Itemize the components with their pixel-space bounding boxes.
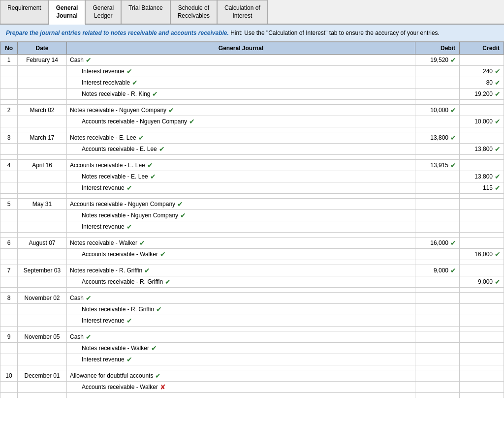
- credit-check-icon: ✔: [495, 250, 501, 258]
- desc-check-icon: ✔: [86, 56, 92, 64]
- debit-value: 13,915 ✔: [418, 161, 456, 169]
- entry-debit: [415, 199, 460, 210]
- entry-no: [0, 171, 18, 182]
- entry-debit: 13,915 ✔: [415, 160, 460, 171]
- entry-debit: [415, 171, 460, 182]
- desc-content: Accounts receivable - E. Lee✔: [70, 161, 412, 169]
- desc-content: Accounts receivable - E. Lee✔: [82, 145, 412, 153]
- table-row: 3March 17Notes receivable - E. Lee✔13,80…: [0, 132, 504, 144]
- desc-check-icon: ✔: [168, 106, 174, 114]
- debit-check-icon: ✔: [450, 56, 456, 64]
- entry-date: [18, 276, 67, 288]
- table-row: Accounts receivable - R. Griffin✔9,000 ✔: [0, 276, 504, 288]
- spacer-cell: [415, 155, 460, 160]
- header-no: No: [0, 42, 18, 55]
- desc-content: Notes receivable - R. King✔: [82, 90, 412, 98]
- desc-content: Accounts receivable - Nguyen Company✔: [70, 200, 412, 208]
- entry-description: Accounts receivable - R. Griffin✔: [67, 276, 415, 288]
- entry-credit: 115 ✔: [460, 182, 504, 194]
- entry-no: [0, 249, 18, 260]
- entry-no: 1: [0, 55, 18, 66]
- spacer-cell: [415, 100, 460, 105]
- table-row: 7September 03Notes receivable - R. Griff…: [0, 265, 504, 276]
- desc-content: Interest revenue✔: [82, 67, 412, 75]
- spacer-cell: [460, 327, 504, 331]
- spacer-cell: [18, 233, 67, 238]
- table-row: 6August 07Notes receivable - Walker✔16,0…: [0, 238, 504, 249]
- desc-content: Cash✔: [70, 56, 412, 64]
- credit-value: 19,200 ✔: [463, 90, 501, 98]
- tab-schedule-receivables[interactable]: Schedule ofReceivables: [170, 0, 217, 24]
- desc-content: Accounts receivable - Walker✘: [82, 383, 412, 391]
- spacer-row: [0, 393, 504, 398]
- debit-check-icon: ✔: [450, 161, 456, 169]
- entry-credit: [460, 238, 504, 249]
- credit-value: 80 ✔: [463, 79, 501, 87]
- entry-date: September 03: [18, 265, 67, 276]
- spacer-cell: [460, 393, 504, 398]
- tab-general-journal[interactable]: GeneralJournal: [49, 0, 86, 25]
- table-row: 10December 01Allowance for doubtful acco…: [0, 370, 504, 382]
- tab-requirement[interactable]: Requirement: [0, 0, 49, 24]
- spacer-cell: [18, 127, 67, 132]
- entry-description: Notes receivable - E. Lee✔: [67, 132, 415, 144]
- entry-credit: [460, 315, 504, 327]
- entry-no: [0, 210, 18, 221]
- desc-check-icon: ✘: [160, 383, 166, 391]
- desc-check-icon: ✔: [86, 333, 92, 341]
- entry-debit: 9,000 ✔: [415, 265, 460, 276]
- entry-no: [0, 182, 18, 194]
- entry-credit: [460, 382, 504, 393]
- entry-no: 2: [0, 105, 18, 116]
- tab-trial-balance[interactable]: Trial Balance: [121, 0, 170, 24]
- hint-box: Prepare the journal entries related to n…: [0, 25, 504, 42]
- entry-credit: 19,200 ✔: [460, 89, 504, 100]
- spacer-cell: [67, 393, 415, 398]
- entry-date: [18, 210, 67, 221]
- entry-description: Cash✔: [67, 55, 415, 66]
- entry-no: [0, 66, 18, 77]
- tab-bar: Requirement GeneralJournal GeneralLedger…: [0, 0, 504, 25]
- spacer-cell: [67, 365, 415, 370]
- credit-check-icon: ✔: [495, 90, 501, 98]
- entry-debit: [415, 331, 460, 343]
- entry-debit: [415, 354, 460, 365]
- desc-content: Notes receivable - R. Griffin✔: [82, 305, 412, 313]
- spacer-row: [0, 260, 504, 265]
- spacer-cell: [0, 393, 18, 398]
- desc-content: Notes receivable - Walker✔: [82, 344, 412, 352]
- entry-date: December 01: [18, 370, 67, 382]
- entry-no: [0, 354, 18, 365]
- tab-general-ledger[interactable]: GeneralLedger: [85, 0, 121, 24]
- spacer-cell: [460, 365, 504, 370]
- entry-credit: [460, 354, 504, 365]
- spacer-cell: [460, 155, 504, 160]
- entry-credit: 13,800 ✔: [460, 171, 504, 182]
- entry-description: Notes receivable - E. Lee✔: [67, 171, 415, 182]
- entry-date: [18, 249, 67, 260]
- entry-debit: [415, 315, 460, 327]
- entry-debit: [415, 144, 460, 155]
- desc-check-icon: ✔: [144, 267, 150, 274]
- table-row: Notes receivable - R. Griffin✔: [0, 304, 504, 315]
- header-credit: Credit: [460, 42, 504, 55]
- desc-check-icon: ✔: [156, 305, 162, 313]
- entry-description: Interest revenue✔: [67, 315, 415, 327]
- table-row: 2March 02Notes receivable - Nguyen Compa…: [0, 105, 504, 116]
- entry-description: Accounts receivable - E. Lee✔: [67, 160, 415, 171]
- credit-check-icon: ✔: [495, 118, 501, 125]
- spacer-cell: [0, 260, 18, 265]
- entry-date: [18, 182, 67, 194]
- spacer-cell: [18, 288, 67, 293]
- entry-description: Interest revenue✔: [67, 182, 415, 194]
- tab-calculation-interest[interactable]: Calculation ofInterest: [217, 0, 268, 24]
- desc-check-icon: ✔: [180, 211, 186, 219]
- credit-check-icon: ✔: [495, 184, 501, 192]
- spacer-row: [0, 327, 504, 331]
- table-row: Interest revenue✔: [0, 354, 504, 365]
- desc-check-icon: ✔: [165, 278, 171, 286]
- desc-check-icon: ✔: [155, 372, 161, 380]
- spacer-cell: [415, 288, 460, 293]
- debit-value: 10,000 ✔: [418, 106, 456, 114]
- table-row: Interest revenue✔: [0, 315, 504, 327]
